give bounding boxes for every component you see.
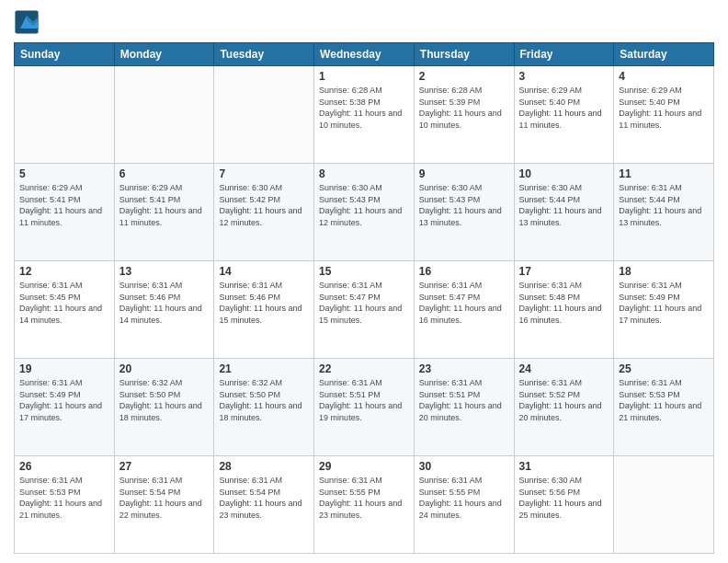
calendar-cell: 14Sunrise: 6:31 AMSunset: 5:46 PMDayligh… [214, 261, 314, 359]
day-info: Sunrise: 6:31 AMSunset: 5:49 PMDaylight:… [19, 377, 109, 423]
calendar-cell: 30Sunrise: 6:31 AMSunset: 5:55 PMDayligh… [414, 456, 514, 554]
calendar-cell: 29Sunrise: 6:31 AMSunset: 5:55 PMDayligh… [314, 456, 415, 554]
day-info: Sunrise: 6:31 AMSunset: 5:53 PMDaylight:… [19, 475, 109, 521]
day-number: 7 [219, 167, 309, 180]
calendar-cell: 24Sunrise: 6:31 AMSunset: 5:52 PMDayligh… [514, 359, 614, 456]
calendar-cell: 23Sunrise: 6:31 AMSunset: 5:51 PMDayligh… [414, 359, 514, 456]
day-info: Sunrise: 6:30 AMSunset: 5:43 PMDaylight:… [419, 182, 509, 228]
col-header-sunday: Sunday [15, 43, 115, 66]
day-info: Sunrise: 6:29 AMSunset: 5:41 PMDaylight:… [19, 182, 109, 228]
calendar-header-row: SundayMondayTuesdayWednesdayThursdayFrid… [15, 43, 714, 66]
calendar-cell: 4Sunrise: 6:29 AMSunset: 5:40 PMDaylight… [614, 66, 714, 164]
calendar-cell: 3Sunrise: 6:29 AMSunset: 5:40 PMDaylight… [514, 66, 614, 164]
day-number: 17 [519, 265, 609, 278]
day-info: Sunrise: 6:31 AMSunset: 5:51 PMDaylight:… [319, 377, 409, 423]
col-header-saturday: Saturday [614, 43, 714, 66]
calendar-cell: 15Sunrise: 6:31 AMSunset: 5:47 PMDayligh… [314, 261, 415, 359]
day-number: 9 [419, 167, 509, 180]
day-info: Sunrise: 6:31 AMSunset: 5:49 PMDaylight:… [619, 280, 709, 326]
col-header-tuesday: Tuesday [214, 43, 314, 66]
day-number: 2 [419, 70, 509, 83]
day-number: 26 [19, 460, 109, 473]
day-number: 19 [19, 362, 109, 375]
calendar-cell: 11Sunrise: 6:31 AMSunset: 5:44 PMDayligh… [614, 164, 714, 261]
day-number: 6 [119, 167, 210, 180]
day-number: 18 [619, 265, 709, 278]
day-number: 28 [219, 460, 309, 473]
logo [14, 9, 41, 35]
day-info: Sunrise: 6:30 AMSunset: 5:56 PMDaylight:… [519, 475, 609, 521]
page: SundayMondayTuesdayWednesdayThursdayFrid… [0, 0, 728, 563]
col-header-thursday: Thursday [414, 43, 514, 66]
col-header-friday: Friday [514, 43, 614, 66]
week-row-2: 12Sunrise: 6:31 AMSunset: 5:45 PMDayligh… [15, 261, 714, 359]
calendar-cell: 13Sunrise: 6:31 AMSunset: 5:46 PMDayligh… [114, 261, 214, 359]
day-number: 3 [519, 70, 609, 83]
day-number: 15 [319, 265, 409, 278]
day-number: 10 [519, 167, 609, 180]
day-number: 27 [119, 460, 210, 473]
day-info: Sunrise: 6:31 AMSunset: 5:46 PMDaylight:… [219, 280, 309, 326]
calendar-cell: 2Sunrise: 6:28 AMSunset: 5:39 PMDaylight… [414, 66, 514, 164]
calendar-cell [114, 66, 214, 164]
day-number: 22 [319, 362, 409, 375]
calendar-cell: 16Sunrise: 6:31 AMSunset: 5:47 PMDayligh… [414, 261, 514, 359]
day-info: Sunrise: 6:31 AMSunset: 5:54 PMDaylight:… [119, 475, 210, 521]
calendar-cell: 9Sunrise: 6:30 AMSunset: 5:43 PMDaylight… [414, 164, 514, 261]
calendar-cell: 6Sunrise: 6:29 AMSunset: 5:41 PMDaylight… [114, 164, 214, 261]
day-number: 20 [119, 362, 210, 375]
day-info: Sunrise: 6:30 AMSunset: 5:44 PMDaylight:… [519, 182, 609, 228]
day-info: Sunrise: 6:29 AMSunset: 5:40 PMDaylight:… [519, 85, 609, 131]
day-number: 24 [519, 362, 609, 375]
day-info: Sunrise: 6:31 AMSunset: 5:45 PMDaylight:… [19, 280, 109, 326]
day-number: 5 [19, 167, 109, 180]
col-header-monday: Monday [114, 43, 214, 66]
calendar-cell: 8Sunrise: 6:30 AMSunset: 5:43 PMDaylight… [314, 164, 415, 261]
calendar-table: SundayMondayTuesdayWednesdayThursdayFrid… [14, 42, 714, 554]
header [14, 9, 714, 35]
week-row-4: 26Sunrise: 6:31 AMSunset: 5:53 PMDayligh… [15, 456, 714, 554]
day-info: Sunrise: 6:29 AMSunset: 5:41 PMDaylight:… [119, 182, 210, 228]
day-number: 23 [419, 362, 509, 375]
day-info: Sunrise: 6:31 AMSunset: 5:44 PMDaylight:… [619, 182, 709, 228]
calendar-cell: 25Sunrise: 6:31 AMSunset: 5:53 PMDayligh… [614, 359, 714, 456]
day-number: 30 [419, 460, 509, 473]
calendar-cell: 7Sunrise: 6:30 AMSunset: 5:42 PMDaylight… [214, 164, 314, 261]
day-number: 1 [319, 70, 409, 83]
calendar-cell: 27Sunrise: 6:31 AMSunset: 5:54 PMDayligh… [114, 456, 214, 554]
day-info: Sunrise: 6:30 AMSunset: 5:43 PMDaylight:… [319, 182, 409, 228]
week-row-1: 5Sunrise: 6:29 AMSunset: 5:41 PMDaylight… [15, 164, 714, 261]
logo-icon [14, 9, 40, 35]
calendar-cell: 31Sunrise: 6:30 AMSunset: 5:56 PMDayligh… [514, 456, 614, 554]
day-info: Sunrise: 6:31 AMSunset: 5:47 PMDaylight:… [419, 280, 509, 326]
day-info: Sunrise: 6:30 AMSunset: 5:42 PMDaylight:… [219, 182, 309, 228]
calendar-cell [214, 66, 314, 164]
calendar-cell: 26Sunrise: 6:31 AMSunset: 5:53 PMDayligh… [15, 456, 115, 554]
calendar-cell: 21Sunrise: 6:32 AMSunset: 5:50 PMDayligh… [214, 359, 314, 456]
calendar-cell: 22Sunrise: 6:31 AMSunset: 5:51 PMDayligh… [314, 359, 415, 456]
day-info: Sunrise: 6:31 AMSunset: 5:46 PMDaylight:… [119, 280, 210, 326]
calendar-cell: 20Sunrise: 6:32 AMSunset: 5:50 PMDayligh… [114, 359, 214, 456]
calendar-cell: 1Sunrise: 6:28 AMSunset: 5:38 PMDaylight… [314, 66, 415, 164]
calendar-cell [614, 456, 714, 554]
day-number: 4 [619, 70, 709, 83]
day-info: Sunrise: 6:31 AMSunset: 5:53 PMDaylight:… [619, 377, 709, 423]
day-info: Sunrise: 6:31 AMSunset: 5:52 PMDaylight:… [519, 377, 609, 423]
day-info: Sunrise: 6:31 AMSunset: 5:48 PMDaylight:… [519, 280, 609, 326]
day-info: Sunrise: 6:32 AMSunset: 5:50 PMDaylight:… [119, 377, 210, 423]
week-row-3: 19Sunrise: 6:31 AMSunset: 5:49 PMDayligh… [15, 359, 714, 456]
calendar-cell: 19Sunrise: 6:31 AMSunset: 5:49 PMDayligh… [15, 359, 115, 456]
calendar-cell: 12Sunrise: 6:31 AMSunset: 5:45 PMDayligh… [15, 261, 115, 359]
day-info: Sunrise: 6:31 AMSunset: 5:51 PMDaylight:… [419, 377, 509, 423]
day-info: Sunrise: 6:28 AMSunset: 5:39 PMDaylight:… [419, 85, 509, 131]
day-info: Sunrise: 6:31 AMSunset: 5:54 PMDaylight:… [219, 475, 309, 521]
day-info: Sunrise: 6:29 AMSunset: 5:40 PMDaylight:… [619, 85, 709, 131]
day-info: Sunrise: 6:31 AMSunset: 5:55 PMDaylight:… [319, 475, 409, 521]
week-row-0: 1Sunrise: 6:28 AMSunset: 5:38 PMDaylight… [15, 66, 714, 164]
day-number: 11 [619, 167, 709, 180]
day-info: Sunrise: 6:31 AMSunset: 5:47 PMDaylight:… [319, 280, 409, 326]
calendar-cell [15, 66, 115, 164]
day-info: Sunrise: 6:32 AMSunset: 5:50 PMDaylight:… [219, 377, 309, 423]
day-number: 21 [219, 362, 309, 375]
col-header-wednesday: Wednesday [314, 43, 415, 66]
